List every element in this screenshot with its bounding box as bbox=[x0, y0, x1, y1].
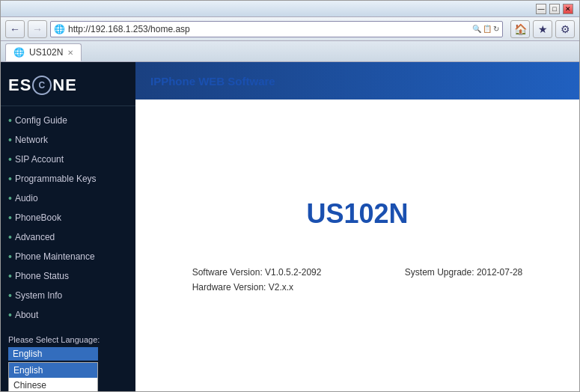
sidebar-item-audio[interactable]: • Audio bbox=[1, 189, 135, 208]
bullet-icon: • bbox=[8, 309, 12, 321]
tab-icon: 🌐 bbox=[13, 47, 25, 58]
hardware-version-value: V2.x.x bbox=[269, 282, 293, 293]
sidebar-item-label: Programmable Keys bbox=[15, 174, 97, 184]
tab-label: US102N bbox=[29, 47, 63, 58]
sidebar-item-network[interactable]: • Network bbox=[1, 130, 135, 150]
system-upgrade-value: 2012-07-28 bbox=[477, 267, 522, 278]
home-button[interactable]: 🏠 bbox=[510, 20, 530, 38]
bullet-icon: • bbox=[8, 114, 12, 126]
version-left: Software Version: V1.0.5.2-2092 Hardware… bbox=[192, 267, 322, 293]
sidebar: ES C NE • Config Guide • Network • SIP A… bbox=[1, 62, 135, 391]
logo-ene: NE bbox=[52, 76, 77, 95]
bullet-icon: • bbox=[8, 251, 12, 263]
bookmark-icon[interactable]: 📋 bbox=[483, 25, 492, 33]
sidebar-item-label: Phone Maintenance bbox=[15, 251, 95, 262]
sidebar-item-label: Config Guide bbox=[15, 115, 67, 126]
sidebar-item-advanced[interactable]: • Advanced bbox=[1, 227, 135, 247]
sidebar-item-label: Advanced bbox=[15, 232, 55, 242]
maximize-button[interactable]: □ bbox=[549, 4, 560, 14]
close-button[interactable]: ✕ bbox=[563, 4, 573, 14]
tab-bar: 🌐 US102N ✕ bbox=[1, 41, 579, 62]
sidebar-item-sip-account[interactable]: • SIP Account bbox=[1, 150, 135, 169]
sidebar-item-phone-status[interactable]: • Phone Status bbox=[1, 266, 135, 286]
minimize-button[interactable]: — bbox=[536, 4, 546, 14]
bullet-icon: • bbox=[8, 212, 12, 224]
sidebar-item-label: System Info bbox=[15, 290, 62, 301]
system-upgrade-line: System Upgrade: 2012-07-28 bbox=[405, 267, 522, 278]
system-upgrade-label: System Upgrade: bbox=[405, 267, 474, 278]
version-right: System Upgrade: 2012-07-28 bbox=[405, 267, 522, 293]
tab-close-icon[interactable]: ✕ bbox=[67, 49, 73, 57]
lang-option-chinese[interactable]: Chinese bbox=[9, 378, 97, 391]
main-content: IPPhone WEB Software US102N Software Ver… bbox=[135, 62, 579, 391]
bullet-icon: • bbox=[8, 173, 12, 185]
hardware-version-line: Hardware Version: V2.x.x bbox=[192, 282, 322, 293]
sidebar-item-phonebook[interactable]: • PhoneBook bbox=[1, 208, 135, 227]
sidebar-item-label: PhoneBook bbox=[15, 212, 61, 223]
logo: ES C NE bbox=[8, 76, 128, 95]
language-section: Please Select Language: English English … bbox=[1, 328, 135, 368]
language-dropdown[interactable]: English English Chinese Русский Polish P… bbox=[8, 347, 98, 361]
bullet-icon: • bbox=[8, 153, 12, 165]
search-icon[interactable]: 🔍 bbox=[472, 25, 481, 33]
sidebar-item-label: Audio bbox=[15, 193, 38, 203]
address-bar[interactable]: 🌐 http://192.168.1.253/home.asp 🔍 📋 ↻ bbox=[50, 21, 503, 37]
bullet-icon: • bbox=[8, 231, 12, 243]
lang-option-english[interactable]: English bbox=[9, 363, 97, 378]
page-content: ES C NE • Config Guide • Network • SIP A… bbox=[1, 62, 579, 391]
sidebar-item-label: About bbox=[15, 310, 38, 320]
page-icon: 🌐 bbox=[54, 24, 65, 34]
language-options-list: English Chinese Русский Polish Portugues… bbox=[8, 362, 98, 391]
hardware-version-label: Hardware Version: bbox=[192, 282, 266, 293]
favorites-button[interactable]: ★ bbox=[533, 20, 552, 38]
sidebar-item-about[interactable]: • About bbox=[1, 305, 135, 325]
title-bar: — □ ✕ bbox=[1, 1, 579, 17]
software-version-value: V1.0.5.2-2092 bbox=[265, 267, 321, 278]
forward-button[interactable]: → bbox=[28, 20, 47, 38]
bullet-icon: • bbox=[8, 192, 12, 204]
sidebar-item-system-info[interactable]: • System Info bbox=[1, 286, 135, 305]
browser-frame: — □ ✕ ← → 🌐 http://192.168.1.253/home.as… bbox=[0, 0, 580, 392]
sidebar-item-label: SIP Account bbox=[15, 154, 64, 165]
sidebar-item-label: Network bbox=[15, 135, 48, 145]
software-version-label: Software Version: bbox=[192, 267, 263, 278]
main-header: IPPhone WEB Software bbox=[135, 62, 579, 99]
logo-circle-icon: C bbox=[32, 76, 52, 95]
refresh-icon[interactable]: ↻ bbox=[493, 25, 499, 33]
bullet-icon: • bbox=[8, 290, 12, 301]
main-body: US102N Software Version: V1.0.5.2-2092 H… bbox=[135, 99, 579, 391]
bullet-icon: • bbox=[8, 134, 12, 146]
tools-button[interactable]: ⚙ bbox=[555, 20, 575, 38]
ipphone-label: IPPhone WEB Software bbox=[150, 75, 275, 88]
nav-bar: ← → 🌐 http://192.168.1.253/home.asp 🔍 📋 … bbox=[1, 17, 579, 41]
software-version-line: Software Version: V1.0.5.2-2092 bbox=[192, 267, 322, 278]
sidebar-item-label: Phone Status bbox=[15, 271, 69, 281]
sidebar-item-phone-maintenance[interactable]: • Phone Maintenance bbox=[1, 247, 135, 266]
active-tab[interactable]: 🌐 US102N ✕ bbox=[5, 43, 82, 61]
sidebar-item-config-guide[interactable]: • Config Guide bbox=[1, 111, 135, 130]
logo-area: ES C NE bbox=[1, 70, 135, 106]
bullet-icon: • bbox=[8, 270, 12, 282]
logo-es: ES bbox=[8, 76, 31, 95]
url-text: http://192.168.1.253/home.asp bbox=[68, 24, 469, 34]
language-selected[interactable]: English bbox=[8, 347, 98, 361]
product-name: US102N bbox=[306, 198, 408, 230]
sidebar-item-programmable-keys[interactable]: • Programmable Keys bbox=[1, 169, 135, 189]
language-label: Please Select Language: bbox=[8, 335, 128, 344]
back-button[interactable]: ← bbox=[5, 20, 25, 38]
